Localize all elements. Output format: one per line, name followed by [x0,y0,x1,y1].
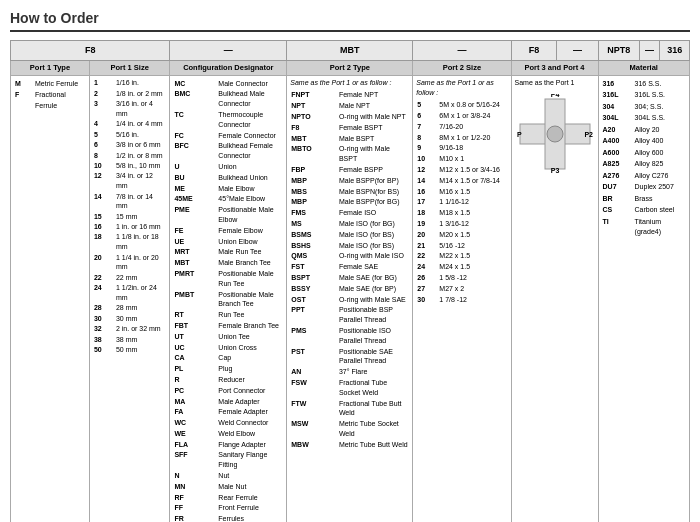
config-desc: Run Tee [217,310,283,321]
p2-type-desc: Male BSPT [338,133,409,144]
material-table: 316316 S.S. 316L316L S.S. 304304; S.S. 3… [602,78,686,238]
list-item: BUBulkhead Union [173,172,283,183]
mat-desc: Brass [634,193,686,205]
config-desc: Male Connector [217,78,283,89]
size-num: 19 [416,218,438,229]
list-item: 3838 mm [93,334,166,344]
config-desc: Plug [217,364,283,375]
list-item: 215/16 -12 [416,240,507,251]
dash2: — [413,41,511,61]
col-port1-size: Port 1 Size [89,60,169,76]
size-desc: M16 x 1.5 [438,186,507,197]
p2-type-code: BSMS [290,229,338,240]
list-item: 1515 mm [93,211,166,221]
list-item: UTUnion Tee [173,331,283,342]
p2-type-code: AN [290,367,338,378]
list-item: MNMale Nut [173,481,283,492]
list-item: UUnion [173,161,283,172]
config-code: BFC [173,141,217,162]
size-num: 24 [93,283,115,303]
size-desc: 50 mm [115,345,166,355]
config-code: FR [173,514,217,522]
size-num: 3 [93,99,115,119]
size-num: 9 [416,143,438,154]
size-num: 18 [93,232,115,252]
mat-code: 304 [602,101,634,113]
size-desc: 5M x 0.8 or 5/16-24 [438,100,507,111]
size-num: 30 [416,294,438,305]
p2-type-code: MBTO [290,144,338,165]
list-item: 147/8 in. or 14 mm [93,191,166,211]
port2-type-cell: Same as the Port 1 or as follow : FNPTFe… [287,76,413,522]
list-item: FMSFemale ISO [290,208,409,219]
p2-type-code: BSSY [290,283,338,294]
list-item: 16M16 x 1.5 [416,186,507,197]
p2-type-code: FMS [290,208,338,219]
list-item: 181 1/8 in. or 18 mm [93,232,166,252]
size-num: 22 [93,273,115,283]
config-desc: Female Elbow [217,225,283,236]
size-num: 10 [93,161,115,171]
p2-type-code: FNPT [290,90,338,101]
p2-type-desc: Fractional Tube Butt Weld [338,398,409,419]
type-desc: Metric Ferrule [34,78,86,90]
config-code: ME [173,183,217,194]
npt8-header: NPT8 [598,41,639,61]
list-item: FFFront Ferrule [173,503,283,514]
main-table: F8 — MBT — F8 — NPT8 — 316 Port 1 Type P… [10,40,690,522]
mat-code: 316L [602,90,634,102]
list-item: QMSO-ring with Male ISO [290,251,409,262]
list-item: NPTOO-ring with Male NPT [290,111,409,122]
list-item: 55/16 in. [93,129,166,139]
size-desc: 1 1/16-12 [438,197,507,208]
p2-type-desc: Metric Tube Socket Weld [338,419,409,440]
p2-type-desc: Male ISO (for BS) [338,240,409,251]
list-item: BSPTMale SAE (for BG) [290,272,409,283]
config-code: MA [173,396,217,407]
size-num: 30 [93,314,115,324]
size-num: 16 [93,222,115,232]
config-desc: Bulkhead Female Connector [217,141,283,162]
mat-code: A276 [602,170,634,182]
mat-code: BR [602,193,634,205]
p2-type-desc: Male ISO (for BG) [338,218,409,229]
dash1: — [170,41,287,61]
mat-code: A825 [602,159,634,171]
size-desc: M20 x 1.5 [438,229,507,240]
list-item: MBSMale BSPN(for BS) [290,186,409,197]
config-desc: Reducer [217,374,283,385]
col-port2-type: Port 2 Type [287,60,413,76]
size-desc: 1 1/2in. or 24 mm [115,283,166,303]
content-row: M Metric Ferrule F Fractional Ferrule 11… [11,76,690,522]
list-item: FBTFemale Branch Tee [173,320,283,331]
p2-type-code: FTW [290,398,338,419]
config-desc: Weld Elbow [217,428,283,439]
size-desc: 1 5/8 -12 [438,272,507,283]
list-item: 171 1/16-12 [416,197,507,208]
size-desc: 3/4 in. or 12 mm [115,171,166,191]
size-desc: 1/2 in. or 8 mm [115,150,166,160]
p2-type-desc: Metric Tube Butt Weld [338,439,409,450]
config-desc: Cap [217,353,283,364]
config-desc: Union Tee [217,331,283,342]
list-item: BSSYMale SAE (for BP) [290,283,409,294]
list-item: 105/8 in., 10 mm [93,161,166,171]
list-item: PPTPositionable BSP Parallel Thread [290,305,409,326]
size-num: 20 [416,229,438,240]
list-item: MSWMetric Tube Socket Weld [290,419,409,440]
type-desc: Fractional Ferrule [34,90,86,112]
list-item: RTRun Tee [173,310,283,321]
size-desc: 1 1/4 in. or 20 mm [115,252,166,272]
list-item: 3030 mm [93,314,166,324]
port1-size-cell: 11/16 in. 21/8 in. or 2 mm 33/16 in. or … [89,76,169,522]
config-desc: Female Branch Tee [217,320,283,331]
size-num: 14 [93,191,115,211]
section-header-row: F8 — MBT — F8 — NPT8 — 316 [11,41,690,61]
config-desc: Bulkhead Male Connector [217,89,283,110]
list-item: 88M x 1 or 1/2-20 [416,132,507,143]
list-item: 55M x 0.8 or 5/16-24 [416,100,507,111]
size-desc: 1 3/16-12 [438,218,507,229]
p2-type-code: PMS [290,325,338,346]
svg-point-2 [547,126,563,142]
config-cell: MCMale Connector BMCBulkhead Male Connec… [170,76,287,522]
